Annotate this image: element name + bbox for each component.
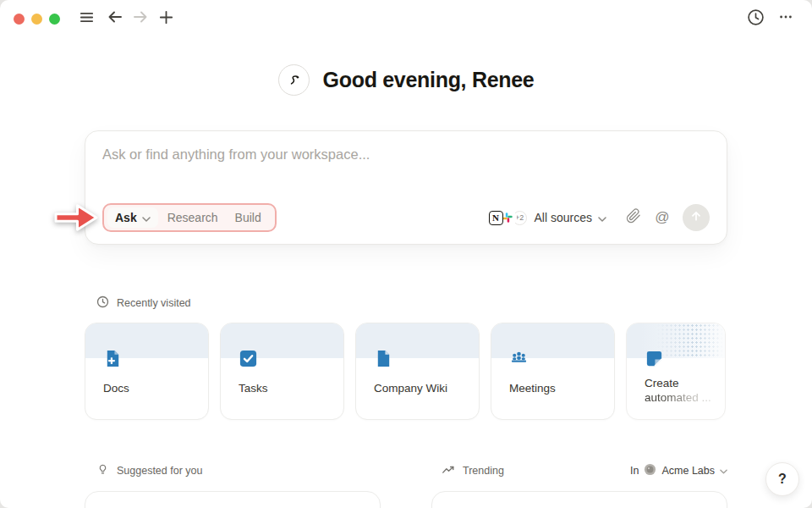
arrow-up-icon (689, 209, 703, 226)
task-check-icon (239, 349, 258, 372)
trending-title: Trending (463, 465, 504, 477)
connected-sources[interactable]: N +2 (489, 211, 527, 225)
back-arrow-icon (107, 8, 123, 29)
suggested-header: Suggested for you (85, 463, 202, 478)
close-window-button[interactable] (14, 14, 25, 25)
chevron-down-icon (142, 211, 151, 224)
forward-arrow-icon (132, 8, 149, 29)
greeting-title: Good evening, Renee (323, 68, 535, 92)
card-create-automated[interactable]: Create automated ... (626, 323, 726, 420)
tab-build[interactable]: Build (228, 207, 269, 228)
clock-icon (747, 8, 765, 30)
tab-research[interactable]: Research (160, 207, 226, 228)
lightbulb-icon (96, 463, 109, 478)
new-tab-button[interactable] (153, 6, 178, 31)
forward-button[interactable] (128, 6, 153, 31)
source-selector[interactable]: All sources (535, 211, 606, 224)
workspace-selector[interactable]: In Acme Labs (630, 463, 727, 478)
card-label: Docs (103, 382, 129, 395)
card-label-line2: automated ... (645, 391, 711, 404)
menu-button[interactable] (74, 6, 99, 31)
recently-visited-section: Recently visited Docs (85, 295, 727, 420)
recently-visited-title: Recently visited (117, 297, 191, 309)
back-button[interactable] (102, 6, 128, 31)
minimize-window-button[interactable] (31, 14, 42, 25)
question-mark-icon: ? (778, 472, 787, 487)
card-header (627, 323, 725, 358)
annotation-arrow (53, 202, 99, 233)
ask-input[interactable] (102, 146, 710, 184)
hamburger-icon (79, 9, 95, 29)
notion-source-icon: N (489, 211, 503, 225)
chevron-down-icon (598, 211, 606, 224)
chevron-down-icon (720, 465, 727, 477)
ellipsis-icon (778, 9, 793, 28)
workspace-name: Acme Labs (661, 465, 715, 477)
tab-ask-label: Ask (115, 211, 137, 224)
doc-add-icon (103, 349, 123, 372)
attach-file-button[interactable] (622, 206, 645, 229)
workspace-prefix: In (630, 465, 639, 477)
document-icon (374, 349, 393, 372)
paperclip-icon (626, 208, 641, 227)
source-selector-label: All sources (535, 211, 592, 224)
composer-actions: N +2 All sources (489, 204, 710, 231)
ask-composer: Ask Research Build N (85, 130, 727, 245)
recently-visited-cards: Docs Tasks (85, 323, 727, 420)
composer-toolbar: Ask Research Build N (102, 203, 710, 232)
card-meetings[interactable]: Meetings (491, 323, 615, 420)
notion-ai-face-icon (278, 64, 310, 96)
send-button[interactable] (683, 204, 710, 231)
trending-card[interactable] (431, 491, 727, 508)
titlebar (0, 0, 812, 37)
card-label: Tasks (239, 382, 268, 395)
greeting: Good evening, Renee (0, 64, 812, 96)
card-label: Meetings (509, 382, 556, 395)
card-tasks[interactable]: Tasks (220, 323, 344, 420)
app-window: Good evening, Renee Ask Research Build (0, 0, 812, 508)
plus-icon (158, 9, 174, 29)
card-docs[interactable]: Docs (85, 323, 209, 420)
trending-icon (442, 463, 455, 479)
template-icon (645, 349, 664, 372)
card-label-line1: Create (645, 377, 679, 389)
workspace-logo-icon (644, 463, 656, 478)
card-label: Create automated ... (645, 376, 711, 405)
suggested-title: Suggested for you (117, 465, 202, 477)
card-company-wiki[interactable]: Company Wiki (355, 323, 480, 420)
recently-visited-header: Recently visited (85, 295, 727, 311)
tab-ask[interactable]: Ask (107, 207, 158, 228)
history-button[interactable] (743, 6, 768, 31)
card-label: Company Wiki (374, 382, 447, 395)
suggested-card[interactable] (85, 491, 381, 508)
people-icon (509, 349, 529, 372)
suggested-column: Suggested for you (85, 462, 381, 508)
mention-button[interactable]: @ (650, 206, 674, 229)
clock-icon (96, 295, 109, 311)
help-button[interactable]: ? (765, 462, 799, 496)
trending-column: Trending In Acme Labs (431, 462, 727, 508)
traffic-lights (14, 14, 60, 25)
trending-header: Trending (431, 463, 504, 479)
mode-switcher: Ask Research Build (102, 203, 277, 232)
more-options-button[interactable] (773, 6, 798, 31)
bottom-section: Suggested for you Trending In Ac (85, 462, 727, 508)
zoom-window-button[interactable] (49, 14, 60, 25)
at-icon: @ (655, 209, 669, 226)
